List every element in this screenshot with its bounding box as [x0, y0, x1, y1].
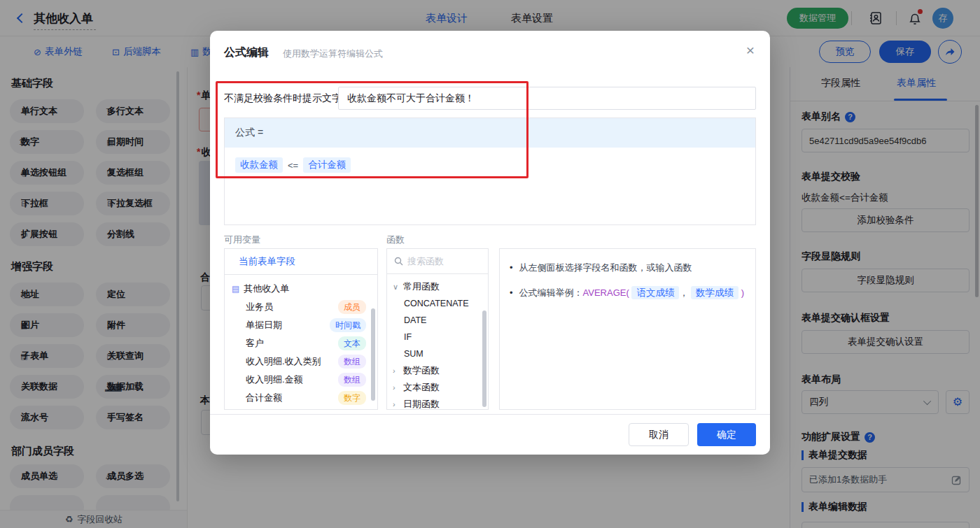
- modal-title: 公式编辑: [224, 45, 269, 60]
- variable-type-badge: 成员: [338, 300, 366, 314]
- variable-type-badge: 时间戳: [330, 318, 366, 332]
- chevron-icon: ›: [393, 366, 400, 375]
- formula-expression[interactable]: 收款金额 <= 合计金额: [235, 157, 351, 173]
- prompt-text-label: 不满足校验条件时提示文字:: [224, 92, 344, 105]
- tips-panel: • 从左侧面板选择字段名和函数，或输入函数 • 公式编辑举例：AVERAGE( …: [499, 248, 756, 410]
- function-search[interactable]: [387, 249, 488, 274]
- tip-item-example: • 公式编辑举例：AVERAGE( 语文成绩， 数学成绩 ): [510, 285, 746, 301]
- variable-row[interactable]: 收入明细.金额 数组: [225, 371, 377, 389]
- function-search-input[interactable]: [407, 256, 474, 266]
- tree-root-label: 其他收入单: [244, 283, 289, 295]
- variables-label: 可用变量: [224, 234, 260, 246]
- variable-row[interactable]: [225, 407, 377, 410]
- variable-type-badge: 数组: [338, 373, 366, 387]
- example-chip: 数学成绩: [691, 286, 738, 299]
- chevron-icon: ›: [393, 400, 400, 408]
- function-group[interactable]: ∨ 常用函数: [387, 278, 488, 295]
- function-item[interactable]: CONCATENATE: [387, 295, 488, 312]
- variable-name: 业务员: [246, 301, 273, 313]
- function-item-label: SUM: [404, 349, 424, 359]
- tree-root[interactable]: ▤ 其他收入单: [225, 280, 377, 298]
- prompt-text-input[interactable]: [338, 87, 756, 110]
- variable-name: 收入明细.收入类别: [246, 355, 321, 368]
- functions-scrollbar[interactable]: [482, 311, 486, 407]
- example-chip: 语文成绩: [631, 286, 679, 299]
- function-group[interactable]: › 日期函数: [387, 396, 488, 410]
- variable-name: 单据日期: [246, 319, 282, 331]
- chevron-icon: ∨: [393, 283, 400, 292]
- variable-row[interactable]: 单据日期 时间戳: [225, 316, 377, 334]
- formula-header: 公式 =: [225, 118, 755, 148]
- formula-editor-modal: 公式编辑 使用数学运算符编辑公式 × 不满足校验条件时提示文字: 公式 = 收款…: [210, 31, 770, 455]
- bullet: •: [510, 260, 513, 276]
- function-group-label: 文本函数: [403, 381, 440, 394]
- variables-panel: 当前表单字段 ▤ 其他收入单 业务员 成员 单据日期 时间戳 客户 文本 收入明…: [224, 248, 378, 410]
- variable-type-badge: 数字: [338, 391, 366, 405]
- function-item[interactable]: SUM: [387, 345, 488, 362]
- variable-row[interactable]: 收入明细.收入类别 数组: [225, 352, 377, 371]
- variable-type-badge: 文本: [338, 336, 366, 350]
- chevron-icon: ›: [393, 383, 400, 392]
- formula-chip-right[interactable]: 合计金额: [303, 157, 351, 173]
- functions-label: 函数: [386, 234, 405, 246]
- document-icon: ▤: [232, 284, 239, 294]
- variable-row[interactable]: 业务员 成员: [225, 298, 377, 316]
- formula-chip-left[interactable]: 收款金额: [235, 157, 283, 173]
- function-item-label: DATE: [404, 315, 426, 325]
- variable-name: 合计金额: [246, 392, 282, 404]
- variable-row[interactable]: 客户 文本: [225, 334, 377, 352]
- formula-label: 公式 =: [235, 127, 263, 139]
- modal-subtitle: 使用数学运算符编辑公式: [283, 48, 383, 60]
- function-group-label: 数学函数: [403, 364, 440, 377]
- variable-name: 收入明细.金额: [246, 373, 303, 386]
- variable-row[interactable]: 合计金额 数字: [225, 389, 377, 407]
- function-item-label: IF: [404, 332, 412, 342]
- close-icon[interactable]: ×: [746, 42, 755, 59]
- example-close-paren: ): [741, 287, 744, 298]
- tip-item: • 从左侧面板选择字段名和函数，或输入函数: [510, 260, 746, 276]
- variable-type-badge: 数组: [338, 355, 366, 369]
- variable-name: 客户: [246, 337, 264, 350]
- function-group-label: 日期函数: [403, 398, 440, 410]
- example-text: 公式编辑举例：AVERAGE( 语文成绩， 数学成绩 ): [519, 285, 744, 301]
- variables-tabrow: 当前表单字段: [225, 249, 377, 275]
- bullet: •: [510, 285, 513, 301]
- tab-current-form-fields[interactable]: 当前表单字段: [239, 255, 295, 268]
- formula-panel: 公式 = 收款金额 <= 合计金额: [224, 117, 756, 225]
- cancel-button[interactable]: 取消: [629, 423, 689, 446]
- example-function: AVERAGE(: [583, 287, 629, 298]
- function-group-label: 常用函数: [403, 280, 440, 293]
- function-item-label: CONCATENATE: [404, 299, 469, 308]
- function-group[interactable]: › 数学函数: [387, 362, 488, 379]
- ok-button[interactable]: 确定: [697, 423, 756, 446]
- functions-panel: ∨ 常用函数 CONCATENATE DATE IF SUM › 数学函数 › …: [386, 248, 489, 410]
- variables-scrollbar[interactable]: [371, 308, 375, 401]
- function-item[interactable]: IF: [387, 329, 488, 345]
- function-item[interactable]: DATE: [387, 312, 488, 329]
- formula-operator: <=: [288, 160, 298, 171]
- divider: [210, 414, 770, 415]
- search-icon: [394, 257, 403, 266]
- function-group[interactable]: › 文本函数: [387, 379, 488, 396]
